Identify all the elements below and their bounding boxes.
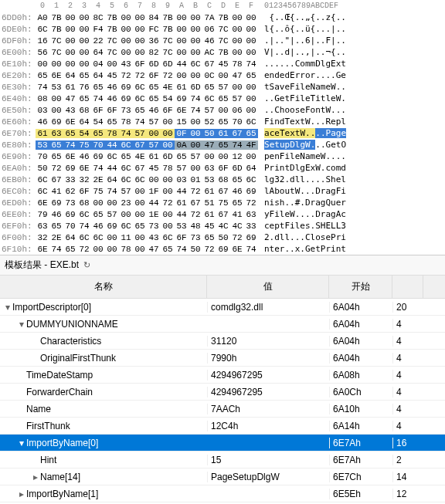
hex-byte[interactable]: 6E (36, 245, 49, 254)
hex-byte[interactable]: 75 (77, 140, 91, 150)
hex-byte[interactable]: 67 (216, 210, 230, 219)
hex-byte[interactable]: 00 (161, 187, 175, 196)
hex-byte[interactable]: 00 (119, 25, 133, 34)
hex-byte[interactable]: 67 (133, 164, 147, 173)
hex-byte[interactable]: 72 (202, 245, 216, 254)
hex-byte[interactable]: 64 (244, 164, 258, 173)
hex-byte[interactable]: 00 (230, 13, 244, 22)
hex-byte[interactable]: 00 (147, 175, 161, 184)
hex-byte[interactable]: 65 (175, 152, 189, 161)
hex-byte[interactable]: 69 (119, 83, 133, 92)
hex-view[interactable]: 0123456789ABCDEF 0123456789ABCDEF 6DD0h:… (0, 0, 445, 255)
hex-byte[interactable]: 50 (36, 164, 49, 173)
hex-byte[interactable]: 00 (77, 25, 91, 34)
hex-row[interactable]: 6EF0h:6365707446696C6573005348454C4C33ce… (0, 220, 445, 232)
hex-byte[interactable]: 7C (49, 48, 63, 57)
hex-byte[interactable]: 6E (230, 245, 244, 254)
hex-row[interactable]: 6F00h:322E646C6C001100436C6F73655072692.… (0, 232, 445, 243)
hex-byte[interactable]: 03 (36, 106, 49, 115)
hex-byte[interactable]: 04 (91, 59, 105, 69)
hex-byte[interactable]: 00 (49, 59, 63, 69)
hex-byte[interactable]: 00 (77, 59, 91, 69)
hex-byte[interactable]: 41 (230, 210, 244, 219)
hex-byte[interactable]: 00 (175, 36, 189, 46)
hex-byte[interactable]: 2E (91, 175, 105, 184)
hex-byte[interactable]: 00 (189, 71, 202, 80)
hex-byte[interactable]: 00 (77, 36, 91, 46)
hex-byte[interactable]: 23 (119, 198, 133, 208)
hex-byte[interactable]: 00 (63, 36, 77, 46)
hex-byte[interactable]: 6F (77, 187, 91, 196)
hex-byte[interactable]: 47 (63, 94, 77, 103)
hex-byte[interactable]: 76 (77, 83, 91, 92)
hex-byte[interactable]: 2E (49, 233, 63, 242)
hex-byte[interactable]: 47 (230, 71, 244, 80)
hex-byte[interactable]: 00 (105, 233, 119, 242)
hex-byte[interactable]: 7B (49, 25, 63, 34)
hex-byte[interactable]: 0F (175, 129, 189, 138)
hex-byte[interactable]: 70 (63, 222, 77, 231)
hex-row[interactable]: 6EC0h:6C41626F757457001F00447261674669lA… (0, 185, 445, 197)
hex-byte[interactable]: 61 (147, 152, 161, 161)
hex-byte[interactable]: 57 (133, 129, 147, 138)
hex-byte[interactable]: 67 (189, 198, 202, 208)
hex-byte[interactable]: 00 (91, 245, 105, 254)
hex-byte[interactable]: 1F (147, 187, 161, 196)
hex-byte[interactable]: 00 (161, 222, 175, 231)
hex-row[interactable]: 6E30h:745361766546696C654E616D65570000tS… (0, 81, 445, 93)
hex-byte[interactable]: 6C (36, 175, 49, 184)
hex-byte[interactable]: 53 (36, 140, 49, 150)
hex-byte[interactable]: 00 (147, 129, 161, 138)
tree-row[interactable]: Hint156E7Ah2 (0, 452, 445, 468)
hex-byte[interactable]: 50 (216, 233, 230, 242)
hex-row[interactable]: 6E20h:656E6465644572726F7200000C004765en… (0, 69, 445, 81)
hex-byte[interactable]: 6C (119, 140, 133, 150)
hex-byte[interactable]: 6C (77, 233, 91, 242)
hex-byte[interactable]: 73 (147, 222, 161, 231)
hex-byte[interactable]: 00 (161, 117, 175, 127)
hex-byte[interactable]: 6E (36, 198, 49, 208)
hex-byte[interactable]: 61 (36, 129, 49, 138)
hex-byte[interactable]: 43 (63, 106, 77, 115)
hex-byte[interactable]: 00 (216, 106, 230, 115)
hex-byte[interactable]: 43 (119, 59, 133, 69)
hex-byte[interactable]: 78 (161, 164, 175, 173)
hex-byte[interactable]: 00 (189, 117, 202, 127)
hex-byte[interactable]: 00 (202, 152, 216, 161)
hex-row[interactable]: 6DD0h:A07B00008C7B0000847B00007A7B0000 {… (0, 12, 445, 23)
hex-byte[interactable]: 73 (189, 233, 202, 242)
hex-byte[interactable]: 50 (189, 245, 202, 254)
hex-byte[interactable]: 6C (244, 117, 258, 127)
hex-byte[interactable]: 64 (63, 233, 77, 242)
hex-byte[interactable]: 67 (202, 59, 216, 69)
hex-byte[interactable]: 57 (147, 140, 161, 150)
hex-row[interactable]: 6DE0h:6C7B0000F47B0000FC7B0000067C0000l{… (0, 23, 445, 35)
hex-byte[interactable]: 44 (105, 164, 119, 173)
hex-byte[interactable]: 67 (133, 140, 147, 150)
hex-byte[interactable]: 74 (36, 83, 49, 92)
hex-byte[interactable]: 61 (175, 83, 189, 92)
tree-row[interactable]: ▾DUMMYUNIONNAME6A04h4 (0, 316, 445, 333)
hex-byte[interactable]: 57 (119, 187, 133, 196)
hex-byte[interactable]: 4F (244, 140, 258, 150)
hex-byte[interactable]: 70 (230, 117, 244, 127)
hex-byte[interactable]: F4 (91, 25, 105, 34)
hex-byte[interactable]: 00 (161, 210, 175, 219)
hex-byte[interactable]: 72 (161, 198, 175, 208)
hex-byte[interactable]: 7B (216, 13, 230, 22)
hex-byte[interactable]: 00 (133, 198, 147, 208)
hex-byte[interactable]: 46 (105, 83, 119, 92)
hex-byte[interactable]: 0A (175, 140, 189, 150)
hex-byte[interactable]: 47 (202, 140, 216, 150)
col-size[interactable] (392, 276, 423, 298)
hex-byte[interactable]: 74 (244, 59, 258, 69)
hex-byte[interactable]: 65 (216, 94, 230, 103)
hex-byte[interactable]: 69 (91, 152, 105, 161)
tree-row[interactable]: Name7AACh6A10h4 (0, 401, 445, 418)
hex-byte[interactable]: 6C (77, 210, 91, 219)
hex-byte[interactable]: 65 (49, 222, 63, 231)
hex-byte[interactable]: 00 (189, 140, 202, 150)
tree-row[interactable]: ForwarderChain42949672956A0Ch4 (0, 384, 445, 401)
hex-byte[interactable]: 00 (105, 59, 119, 69)
hex-byte[interactable]: 6C (133, 94, 147, 103)
